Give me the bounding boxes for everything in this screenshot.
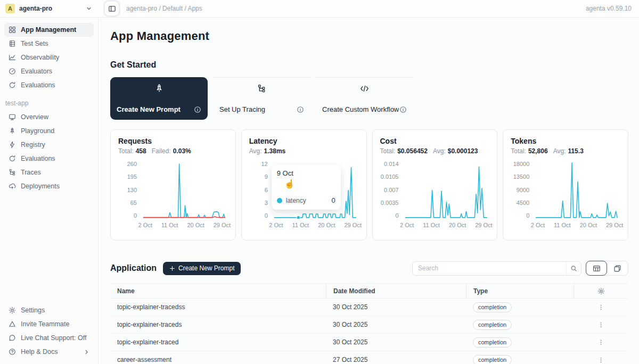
latency-chart-card: Latency Avg:1.38ms 129630 2 Oct11 Oct20 … bbox=[241, 129, 367, 241]
stat-label: Avg: bbox=[433, 147, 446, 155]
sidebar-item-observability[interactable]: Observability bbox=[4, 51, 94, 64]
x-tick-label: 11 Oct bbox=[423, 222, 440, 228]
x-tick-label: 2 Oct bbox=[138, 222, 152, 228]
set-up-tracing-card[interactable]: Set Up Tracing bbox=[213, 77, 310, 120]
x-tick-label: 29 Oct bbox=[475, 222, 492, 228]
table-row[interactable]: topic-explainer-traced 30 Oct 2025 compl… bbox=[110, 334, 628, 351]
info-icon[interactable] bbox=[399, 106, 407, 113]
view-toggle bbox=[586, 261, 628, 276]
sidebar-item-traces[interactable]: Traces bbox=[4, 166, 94, 179]
x-axis-labels: 2 Oct11 Oct20 Oct29 Oct bbox=[272, 222, 359, 231]
requests-line-chart bbox=[141, 161, 228, 219]
stat-label: Total: bbox=[118, 147, 134, 155]
sidebar-item-deployments[interactable]: Deployments bbox=[4, 179, 94, 193]
hand-cursor-icon: ☝ bbox=[284, 179, 295, 189]
topbar: A agenta-pro agenta-pro / Default / Apps… bbox=[0, 0, 639, 18]
test-sets-icon bbox=[9, 40, 16, 47]
y-tick-label: 0 bbox=[134, 213, 137, 219]
sidebar-item-label: Playground bbox=[21, 127, 54, 135]
y-tick-label: 18000 bbox=[513, 161, 530, 167]
create-new-prompt-card[interactable]: Create New Prompt bbox=[110, 77, 208, 120]
search-icon[interactable] bbox=[566, 262, 581, 275]
row-actions-button[interactable] bbox=[595, 337, 607, 348]
sidebar: App Management Test Sets Observability E… bbox=[0, 18, 99, 364]
sidebar-item-live-chat[interactable]: Live Chat Support: Off bbox=[4, 331, 94, 345]
success-series-line bbox=[143, 164, 225, 218]
sidebar-item-label: Evaluators bbox=[21, 68, 52, 75]
sidebar-item-invite-teammate[interactable]: Invite Teammate bbox=[4, 317, 94, 331]
y-tick-label: 0.0035 bbox=[381, 200, 399, 206]
x-axis-labels: 2 Oct11 Oct20 Oct29 Oct bbox=[533, 222, 620, 231]
sidebar-item-label: Overview bbox=[21, 113, 48, 121]
create-custom-workflow-card[interactable]: Create Custom Workflow bbox=[316, 77, 413, 120]
help-icon bbox=[9, 348, 16, 355]
column-header-date-modified[interactable]: Date Modified bbox=[326, 284, 466, 298]
app-name: topic-explainer-traceds bbox=[110, 321, 326, 328]
workspace-switcher[interactable]: A agenta-pro bbox=[0, 4, 99, 13]
x-tick-label: 20 Oct bbox=[187, 222, 204, 228]
column-header-type[interactable]: Type bbox=[466, 284, 574, 298]
row-actions-button[interactable] bbox=[595, 319, 607, 330]
stat-label: Total: bbox=[511, 147, 526, 155]
column-header-name[interactable]: Name bbox=[110, 284, 326, 298]
main-content: App Management Get Started Create New Pr… bbox=[99, 18, 639, 364]
sidebar-item-evaluators[interactable]: Evaluators bbox=[4, 64, 94, 78]
stat-label: Total: bbox=[380, 147, 396, 155]
sidebar-item-test-sets[interactable]: Test Sets bbox=[4, 37, 94, 51]
column-settings-button[interactable] bbox=[574, 284, 628, 298]
table-row[interactable]: topic-explainer-traceds 30 Oct 2025 comp… bbox=[110, 316, 628, 334]
row-actions-button[interactable] bbox=[595, 302, 607, 313]
y-tick-label: 0 bbox=[526, 213, 529, 219]
gauge-icon bbox=[9, 68, 16, 75]
invite-icon bbox=[9, 320, 16, 328]
x-tick-label: 11 Oct bbox=[554, 222, 571, 228]
info-icon[interactable] bbox=[194, 106, 201, 113]
table-row[interactable]: topic-explainer-tracedss 30 Oct 2025 com… bbox=[110, 299, 628, 316]
sidebar-item-overview[interactable]: Overview bbox=[4, 110, 94, 124]
refresh-icon bbox=[9, 155, 16, 162]
rocket-icon bbox=[117, 84, 201, 93]
search-input[interactable] bbox=[413, 264, 566, 272]
sidebar-item-evaluations-app[interactable]: Evaluations bbox=[4, 152, 94, 166]
active-point-marker bbox=[297, 216, 300, 219]
tree-icon bbox=[9, 169, 16, 176]
chart-title: Requests bbox=[118, 137, 228, 145]
create-new-prompt-button[interactable]: Create New Prompt bbox=[163, 262, 241, 275]
app-name: career-assessment bbox=[110, 356, 326, 363]
chart-icon bbox=[9, 54, 16, 61]
chart-title: Latency bbox=[249, 137, 359, 145]
requests-chart-card: Requests Total:458 Failed:0.03% 26019513… bbox=[110, 129, 236, 241]
sidebar-item-label: Observability bbox=[21, 54, 59, 61]
info-icon[interactable] bbox=[297, 106, 304, 113]
sidebar-item-app-management[interactable]: App Management bbox=[4, 23, 94, 37]
sidebar-item-registry[interactable]: Registry bbox=[4, 138, 94, 152]
grid-icon bbox=[9, 26, 16, 34]
tooltip-series-label: latency bbox=[286, 197, 328, 204]
stat-value: $0.000123 bbox=[448, 147, 478, 155]
sidebar-collapse-button[interactable] bbox=[105, 2, 119, 15]
sidebar-item-label: Traces bbox=[21, 169, 41, 176]
breadcrumb[interactable]: agenta-pro / Default / Apps bbox=[126, 5, 202, 12]
sidebar-item-evaluations[interactable]: Evaluations bbox=[4, 78, 94, 92]
sidebar-item-settings[interactable]: Settings bbox=[4, 303, 94, 317]
x-axis-labels: 2 Oct11 Oct20 Oct29 Oct bbox=[403, 222, 490, 231]
plus-icon bbox=[169, 266, 175, 271]
sidebar-item-label: Deployments bbox=[21, 183, 60, 190]
y-axis-labels: 1800013500900045000 bbox=[511, 161, 533, 219]
row-actions-button[interactable] bbox=[595, 354, 607, 364]
card-view-button[interactable] bbox=[607, 261, 628, 276]
stat-value: 0.03% bbox=[173, 147, 191, 155]
sidebar-item-label: Evaluations bbox=[21, 155, 55, 162]
get-started-cards: Create New Prompt Set Up Tracing Create … bbox=[110, 77, 628, 120]
get-started-heading: Get Started bbox=[110, 60, 628, 70]
sidebar-item-playground[interactable]: Playground bbox=[4, 124, 94, 138]
sidebar-item-help-docs[interactable]: Help & Docs bbox=[4, 345, 94, 359]
page-title: App Management bbox=[110, 29, 628, 43]
table-view-button[interactable] bbox=[586, 261, 607, 276]
y-tick-label: 260 bbox=[127, 161, 137, 167]
card-label: Create New Prompt bbox=[117, 105, 181, 113]
lightning-icon bbox=[9, 141, 16, 148]
y-axis-labels: 129630 bbox=[249, 161, 272, 219]
y-tick-label: 0.014 bbox=[384, 161, 399, 167]
table-row[interactable]: career-assessment 27 Oct 2025 completion bbox=[110, 351, 628, 364]
